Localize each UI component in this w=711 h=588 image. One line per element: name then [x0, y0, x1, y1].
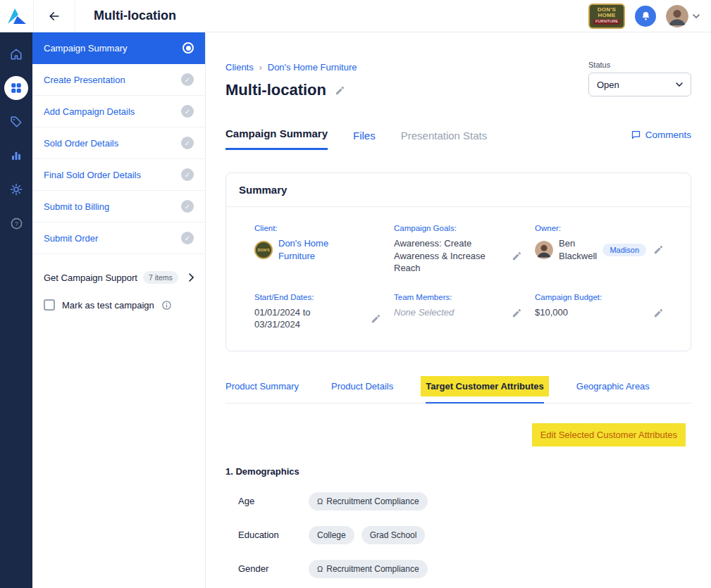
- check-circle-icon: [181, 200, 194, 213]
- comments-button[interactable]: Comments: [631, 130, 691, 150]
- comment-icon: [631, 130, 641, 140]
- help-nav-button[interactable]: ?: [4, 211, 28, 235]
- field-label: Owner:: [535, 224, 676, 232]
- field-label: Team Members:: [394, 293, 535, 301]
- sidebar-item-campaign-summary[interactable]: Campaign Summary: [32, 32, 205, 64]
- edit-team-members-button[interactable]: [510, 306, 524, 320]
- campaign-goals-value: Awareness: Create Awareness & Increase R…: [394, 237, 500, 275]
- pencil-icon: [512, 308, 522, 318]
- chip-label: Grad School: [370, 530, 417, 540]
- brand-logo: DON'S HOME FURNITURE: [588, 4, 625, 29]
- home-icon: [10, 48, 23, 61]
- field-client: Client: DON'S Don's Home Furniture: [254, 224, 394, 275]
- field-label: Client:: [254, 224, 394, 232]
- bell-icon: [641, 11, 651, 21]
- check-circle-icon: [181, 137, 194, 149]
- detail-subtabs: Product Summary Product Details Target C…: [225, 381, 691, 404]
- sidebar-item-create-presentation[interactable]: Create Presentation: [32, 64, 205, 96]
- breadcrumb-client-name[interactable]: Don's Home Furniture: [268, 62, 357, 73]
- subtab-geographic-areas[interactable]: Geographic Areas: [576, 381, 650, 403]
- check-circle-icon: [181, 73, 194, 86]
- user-menu[interactable]: [666, 5, 700, 27]
- active-step-indicator-icon: [183, 42, 194, 54]
- pencil-icon: [653, 244, 664, 255]
- breadcrumb-separator-icon: ›: [259, 63, 262, 73]
- back-button[interactable]: [33, 0, 75, 32]
- app-logo-icon: [8, 8, 26, 24]
- notifications-button[interactable]: [635, 6, 656, 27]
- subtab-label: Target Customer Attributes: [426, 381, 544, 392]
- window-title: Multi-location: [94, 8, 176, 23]
- dates-value: 01/01/2024 to 03/31/2024: [254, 306, 333, 331]
- attribute-chip: Grad School: [361, 526, 426, 544]
- client-link[interactable]: Don's Home Furniture: [278, 237, 356, 262]
- tab-campaign-summary[interactable]: Campaign Summary: [225, 127, 328, 150]
- reports-nav-button[interactable]: [4, 144, 28, 168]
- attribute-chip: College: [309, 526, 354, 544]
- sidebar-item-add-campaign-details[interactable]: Add Campaign Details: [32, 96, 205, 127]
- field-start-end-dates: Start/End Dates: 01/01/2024 to 03/31/202…: [254, 293, 394, 331]
- home-nav-button[interactable]: [4, 42, 28, 66]
- compliance-icon: Ω: [317, 565, 323, 573]
- edit-owner-button[interactable]: [652, 243, 665, 256]
- get-campaign-support[interactable]: Get Campaign Support 7 items: [32, 271, 205, 284]
- tab-presentation-stats[interactable]: Presentation Stats: [401, 130, 488, 150]
- pencil-icon: [371, 313, 381, 324]
- chevron-down-icon: [693, 14, 700, 18]
- field-label: Start/End Dates:: [254, 293, 394, 301]
- products-nav-button[interactable]: [4, 110, 28, 134]
- sidebar-item-final-sold-order-details[interactable]: Final Sold Order Details: [32, 159, 205, 191]
- bar-chart-icon: [10, 149, 23, 162]
- attribute-label: Age: [225, 496, 309, 506]
- mark-as-test-campaign[interactable]: Mark as test campaign: [32, 299, 205, 311]
- edit-title-button[interactable]: [333, 84, 347, 97]
- status-select[interactable]: Open: [588, 73, 691, 96]
- info-icon[interactable]: [161, 300, 172, 311]
- test-campaign-checkbox[interactable]: [44, 299, 55, 311]
- sidebar-item-submit-to-billing[interactable]: Submit to Billing: [32, 191, 205, 223]
- edit-selected-customer-attributes-link[interactable]: Edit Selected Customer Attributes: [532, 423, 686, 446]
- settings-nav-button[interactable]: [4, 177, 28, 201]
- attribute-label: Gender: [225, 563, 309, 574]
- main-content: Status Open Clients › Don's Home Furnitu…: [206, 32, 711, 588]
- summary-card-title: Summary: [226, 173, 691, 207]
- user-avatar: [666, 5, 688, 27]
- edit-dates-button[interactable]: [369, 312, 383, 325]
- status-box: Status Open: [588, 61, 691, 96]
- owner-avatar: [535, 241, 553, 259]
- breadcrumb-clients[interactable]: Clients: [225, 62, 254, 73]
- subtab-product-summary[interactable]: Product Summary: [225, 381, 299, 403]
- comments-label: Comments: [645, 130, 691, 140]
- campaigns-nav-button[interactable]: [4, 76, 28, 100]
- demographics-row-age: Age Ω Recruitment Compliance: [225, 492, 691, 511]
- support-label: Get Campaign Support: [44, 273, 137, 283]
- status-label: Status: [588, 61, 691, 69]
- subtab-target-customer-attributes[interactable]: Target Customer Attributes: [426, 381, 544, 404]
- main-tabs: Campaign Summary Files Presentation Stat…: [225, 127, 691, 150]
- pencil-icon: [335, 85, 345, 96]
- check-circle-icon: [181, 168, 194, 181]
- tab-files[interactable]: Files: [353, 130, 376, 150]
- sidebar-item-label: Submit to Billing: [44, 201, 109, 212]
- sidebar-item-label: Submit Order: [44, 233, 98, 244]
- summary-card: Summary Client: DON'S Don's Home Furnitu…: [225, 173, 691, 351]
- topbar: Multi-location DON'S HOME FURNITURE: [0, 0, 711, 32]
- chevron-right-icon: [189, 273, 194, 282]
- sidebar-item-submit-order[interactable]: Submit Order: [32, 223, 205, 254]
- edit-campaign-goals-button[interactable]: [510, 249, 524, 263]
- app-logo[interactable]: [0, 0, 33, 32]
- edit-budget-button[interactable]: [652, 306, 665, 320]
- demographics-row-education: Education College Grad School: [225, 526, 691, 544]
- sidebar-item-sold-order-details[interactable]: Sold Order Details: [32, 127, 205, 159]
- demographics-row-gender: Gender Ω Recruitment Compliance: [225, 560, 691, 578]
- subtab-product-details[interactable]: Product Details: [331, 381, 393, 403]
- back-arrow-icon: [47, 9, 61, 23]
- owner-name: Ben Blackwell: [559, 237, 597, 262]
- gear-icon: [10, 183, 23, 196]
- brand-logo-text: HOME: [598, 13, 615, 18]
- field-label: Campaign Budget:: [535, 293, 676, 301]
- brand-logo-text: FURNITURE: [593, 19, 620, 25]
- pencil-icon: [512, 251, 522, 261]
- sidebar-item-label: Create Presentation: [44, 75, 125, 85]
- attribute-label: Education: [225, 530, 309, 540]
